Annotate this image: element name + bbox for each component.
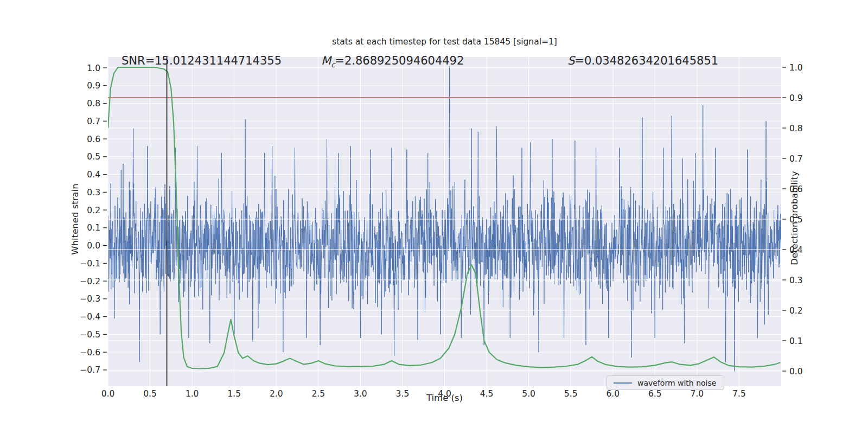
y-left-tick-label: 0.3 <box>87 188 100 197</box>
y-left-tick-label: 0.5 <box>87 152 100 162</box>
stat-snr: SNR=15.012431144714355 <box>122 54 282 67</box>
stat-mc-symbol: M <box>321 54 331 67</box>
y-left-tick-label: 0.0 <box>87 241 100 251</box>
y-left-tick-label: −0.6 <box>80 348 100 358</box>
y-right-tick-label: 0.7 <box>789 154 803 164</box>
y-left-tick-label: 0.6 <box>87 135 100 144</box>
y-axis-label-left: Whitened strain <box>70 183 80 254</box>
y-left-tick-label: 0.9 <box>87 81 100 91</box>
legend-line-swatch <box>614 382 632 384</box>
y-left-tick-label: 0.8 <box>87 99 100 108</box>
y-left-tick-label: 0.7 <box>87 117 100 126</box>
y-left-tick-label: −0.7 <box>80 365 100 375</box>
stat-s-symbol: S <box>567 54 575 67</box>
y-right-tick-label: 0.3 <box>789 276 803 285</box>
y-left-tick-label: −0.5 <box>80 330 100 340</box>
stat-mc-value: =2.868925094604492 <box>335 54 464 67</box>
y-left-tick-label: −0.4 <box>80 312 100 322</box>
y-right-tick-label: 0.2 <box>789 306 803 316</box>
stat-s: S=0.03482634201645851 <box>567 54 718 67</box>
stat-chirp-mass: Mc=2.868925094604492 <box>321 54 464 69</box>
chart-title: stats at each timestep for test data 158… <box>108 37 781 47</box>
figure: 1.00.90.80.70.60.50.40.30.20.10.0−0.1−0.… <box>0 0 868 434</box>
y-right-tick-label: 0.9 <box>789 93 803 103</box>
y-right-tick-label: 0.0 <box>789 367 803 376</box>
y-left-tick-label: 0.2 <box>87 206 100 215</box>
y-left-tick-label: 1.0 <box>87 63 100 73</box>
stat-s-value: =0.03482634201645851 <box>575 54 718 67</box>
y-left-tick-label: 0.1 <box>87 223 100 233</box>
legend-label: waveform with noise <box>637 379 716 387</box>
stat-snr-text: SNR=15.012431144714355 <box>122 54 282 67</box>
y-right-tick-label: 0.1 <box>789 336 803 346</box>
y-left-tick-label: 0.4 <box>87 170 100 180</box>
legend: waveform with noise <box>607 375 724 390</box>
y-right-tick-label: 0.8 <box>789 124 803 133</box>
y-left-tick-label: −0.2 <box>80 277 100 286</box>
y-right-tick-label: 1.0 <box>789 63 803 73</box>
y-left-tick-label: −0.1 <box>80 259 100 269</box>
y-left-tick-label: −0.3 <box>80 294 100 304</box>
x-axis-label: Time (s) <box>108 393 781 403</box>
y-axis-label-right: Detection probability <box>789 171 800 265</box>
